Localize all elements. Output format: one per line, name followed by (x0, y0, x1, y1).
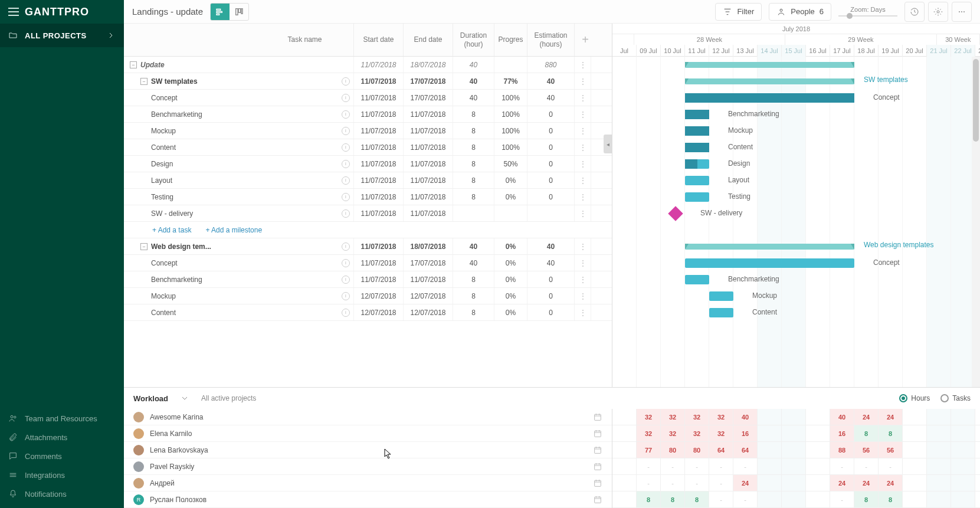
cell-progress[interactable]: 100% (494, 90, 527, 106)
calendar-icon[interactable] (593, 478, 602, 488)
collapse-icon[interactable]: − (140, 243, 148, 250)
workload-cell[interactable] (927, 409, 951, 425)
workload-cell[interactable]: 32 (685, 425, 709, 442)
cell-start[interactable]: 12/07/2018 (354, 288, 404, 304)
workload-cell[interactable] (903, 458, 927, 475)
info-icon[interactable]: i (342, 242, 350, 251)
info-icon[interactable]: i (342, 309, 350, 317)
cell-progress[interactable]: 100% (494, 123, 527, 139)
cell-end[interactable]: 11/07/2018 (404, 172, 453, 188)
workload-cell[interactable] (975, 409, 980, 425)
task-row[interactable]: Contenti12/07/201812/07/201880%0⋮ (124, 304, 612, 321)
workload-cell[interactable] (903, 409, 927, 425)
info-icon[interactable]: i (342, 193, 350, 201)
row-menu-icon[interactable]: ⋮ (575, 57, 591, 73)
workload-cell[interactable] (758, 409, 782, 425)
workload-cell[interactable]: 80 (661, 442, 685, 458)
workload-cell[interactable] (758, 458, 782, 475)
cell-estimation[interactable]: 0 (527, 189, 575, 205)
cell-start[interactable]: 11/07/2018 (354, 172, 404, 188)
workload-cell[interactable]: - (661, 475, 685, 491)
cell-progress[interactable]: 0% (494, 255, 527, 271)
col-estimation[interactable]: Estimation (hours) (527, 24, 575, 56)
workload-cell[interactable] (782, 491, 806, 508)
gantt-bar[interactable] (685, 176, 709, 185)
workload-person-row[interactable]: RРуслан Полозков (124, 491, 612, 508)
workload-cell[interactable]: - (685, 458, 709, 475)
cell-progress[interactable]: 0% (494, 271, 527, 287)
workload-cell[interactable] (975, 491, 980, 508)
cell-progress[interactable]: 0% (494, 288, 527, 304)
workload-cell[interactable] (951, 475, 975, 491)
workload-cell[interactable] (951, 442, 975, 458)
workload-cell[interactable]: 56 (854, 442, 879, 458)
all-projects-button[interactable]: ALL PROJECTS (0, 24, 124, 47)
row-menu-icon[interactable]: ⋮ (575, 139, 591, 155)
workload-cell[interactable] (975, 458, 980, 475)
workload-cell[interactable] (975, 475, 980, 491)
cell-estimation[interactable]: 880 (527, 57, 575, 73)
gantt-view-button[interactable] (211, 4, 230, 20)
workload-person-row[interactable]: Awesome Karina (124, 409, 612, 425)
add-column-button[interactable]: + (575, 24, 596, 56)
workload-cell[interactable]: 64 (709, 442, 733, 458)
collapse-icon[interactable]: − (130, 61, 137, 68)
row-menu-icon[interactable]: ⋮ (575, 271, 591, 287)
cell-duration[interactable]: 40 (453, 238, 494, 254)
col-task-name[interactable]: Task name (256, 24, 354, 56)
cell-estimation[interactable]: 0 (527, 172, 575, 188)
workload-cell[interactable] (975, 425, 980, 442)
cell-start[interactable]: 11/07/2018 (354, 255, 404, 271)
workload-cell[interactable]: 40 (733, 409, 758, 425)
col-start-date[interactable]: Start date (354, 24, 404, 56)
row-menu-icon[interactable]: ⋮ (575, 172, 591, 188)
cell-progress[interactable]: 100% (494, 106, 527, 122)
workload-cell[interactable]: 80 (685, 442, 709, 458)
calendar-icon[interactable] (593, 495, 602, 504)
cell-end[interactable]: 12/07/2018 (404, 288, 453, 304)
workload-cell[interactable] (612, 458, 637, 475)
settings-button[interactable] (928, 2, 948, 22)
gantt-bar[interactable] (685, 110, 709, 119)
cell-duration[interactable]: 40 (453, 255, 494, 271)
cell-duration[interactable]: 40 (453, 90, 494, 106)
workload-cell[interactable] (806, 409, 830, 425)
sidebar-item-team[interactable]: Team and Resources (0, 409, 124, 428)
workload-cell[interactable] (758, 491, 782, 508)
info-icon[interactable]: i (342, 77, 350, 86)
cell-start[interactable]: 11/07/2018 (354, 189, 404, 205)
workload-cell[interactable] (927, 425, 951, 442)
workload-cell[interactable] (782, 425, 806, 442)
workload-person-row[interactable]: Elena Karnilo (124, 425, 612, 442)
cell-estimation[interactable]: 0 (527, 304, 575, 320)
workload-cell[interactable]: 24 (879, 475, 903, 491)
cell-start[interactable]: 11/07/2018 (354, 271, 404, 287)
row-menu-icon[interactable]: ⋮ (575, 106, 591, 122)
workload-cell[interactable] (951, 458, 975, 475)
row-menu-icon[interactable]: ⋮ (575, 189, 591, 205)
workload-cell[interactable] (782, 458, 806, 475)
info-icon[interactable]: i (342, 209, 350, 218)
cell-progress[interactable]: 0% (494, 304, 527, 320)
calendar-icon[interactable] (593, 445, 602, 455)
info-icon[interactable]: i (342, 160, 350, 168)
workload-cell[interactable]: - (709, 475, 733, 491)
gantt-bar[interactable] (685, 143, 709, 152)
workload-cell[interactable] (927, 458, 951, 475)
workload-cell[interactable] (903, 475, 927, 491)
workload-cell[interactable] (903, 491, 927, 508)
workload-cell[interactable]: - (733, 458, 758, 475)
info-icon[interactable]: i (342, 292, 350, 300)
row-menu-icon[interactable]: ⋮ (575, 255, 591, 271)
workload-cell[interactable] (612, 442, 637, 458)
sidebar-item-integr[interactable]: Integrations (0, 466, 124, 484)
people-button[interactable]: People 6 (769, 3, 831, 21)
workload-cell[interactable] (758, 475, 782, 491)
cell-duration[interactable]: 8 (453, 189, 494, 205)
workload-cell[interactable]: 8 (879, 425, 903, 442)
cell-progress[interactable] (494, 57, 527, 73)
row-menu-icon[interactable]: ⋮ (575, 123, 591, 139)
calendar-icon[interactable] (593, 429, 602, 438)
task-row[interactable]: Testingi11/07/201811/07/201880%0⋮ (124, 189, 612, 205)
workload-cell[interactable]: - (661, 458, 685, 475)
